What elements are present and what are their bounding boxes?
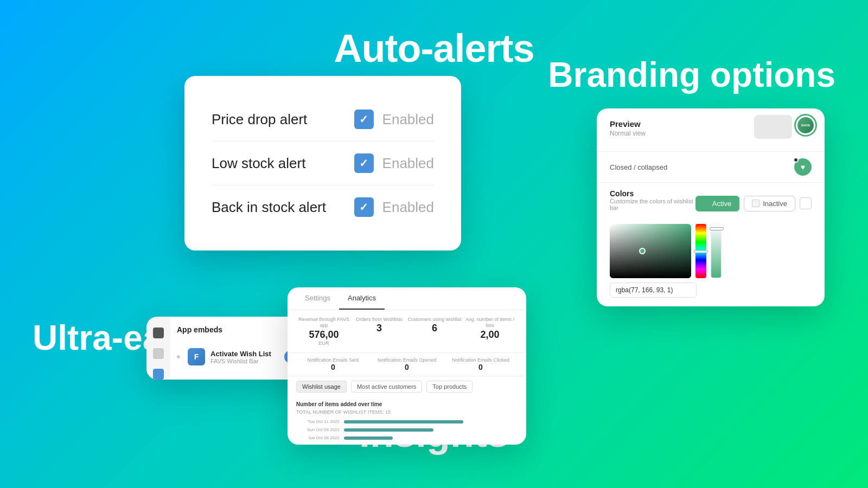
alert-row-low-stock: Low stock alert Enabled xyxy=(212,142,434,185)
branding-card: Preview Normal view SHOE Closed / collap… xyxy=(597,108,825,306)
hue-cursor[interactable] xyxy=(694,250,708,253)
tab-analytics[interactable]: Analytics xyxy=(339,287,385,310)
hue-slider[interactable] xyxy=(695,224,706,278)
colors-title: Colors xyxy=(610,189,695,198)
rgba-input-row xyxy=(610,282,812,298)
color-gradient-picker[interactable] xyxy=(610,224,691,278)
rgba-input[interactable] xyxy=(610,282,697,298)
analytics-card: Settings Analytics Revenue through FAVS … xyxy=(288,287,526,445)
app-name: Activate Wish List xyxy=(210,350,271,358)
chart-bar-3 xyxy=(344,436,393,440)
chart-bar-2 xyxy=(344,428,433,432)
alpha-cursor[interactable] xyxy=(710,227,724,230)
third-checkbox[interactable] xyxy=(800,197,812,209)
tag-top-products[interactable]: Top products xyxy=(426,381,473,393)
chart-section: Number of items added over time TOTAL NU… xyxy=(288,397,526,445)
alert-label-back-stock: Back in stock alert xyxy=(212,199,326,216)
sidebar-icon-3[interactable] xyxy=(153,369,164,380)
analytics-tag-group: Wishlist usage Most active customers Top… xyxy=(288,376,526,397)
app-icon: F xyxy=(188,348,205,365)
inactive-color-btn[interactable]: Inactive xyxy=(744,196,795,211)
enabled-back-stock: Enabled xyxy=(382,199,434,216)
preview-logo-circle: SHOE xyxy=(794,114,817,137)
emails-opened: Notification Emails Opened 0 xyxy=(370,357,444,371)
preview-widget-bg xyxy=(754,115,792,139)
expand-arrow xyxy=(177,355,180,358)
collapsed-section: Closed / collapsed xyxy=(597,152,825,183)
chart-bars: Tue Oct 11 2022 Sun Oct 09 2022 Sat Oct … xyxy=(296,419,518,440)
alert-label-price: Price drop alert xyxy=(212,111,307,128)
analytics-stats: Revenue through FAVS app 576,00 EUR Orde… xyxy=(288,310,526,353)
preview-logo-inner: SHOE xyxy=(797,117,814,133)
checkbox-low-stock[interactable] xyxy=(354,153,374,173)
inactive-btn-label: Inactive xyxy=(763,200,787,208)
emails-sent: Notification Emails Sent 0 xyxy=(296,357,370,371)
chart-date-2: Sun Oct 09 2022 xyxy=(296,427,340,432)
tab-settings[interactable]: Settings xyxy=(296,287,339,310)
chart-date-1: Tue Oct 11 2022 xyxy=(296,419,340,424)
heart-container xyxy=(794,158,812,176)
app-sub: FAVS Wishlist Bar xyxy=(210,358,271,364)
checkbox-back-stock[interactable] xyxy=(354,197,374,217)
emails-clicked: Notification Emails Clicked 0 xyxy=(444,357,518,371)
stat-customers: Customers using wishlist 6 xyxy=(407,317,462,346)
active-btn-label: Active xyxy=(712,200,731,208)
inactive-color-checkbox xyxy=(752,200,760,207)
chart-row-2: Sun Oct 09 2022 xyxy=(296,427,518,432)
sidebar-icon-1[interactable] xyxy=(153,328,164,338)
colors-section: Colors Customize the colors of wishlist … xyxy=(597,183,825,306)
embeds-title: App embeds xyxy=(177,325,222,334)
sidebar-nav xyxy=(146,317,170,380)
chart-subtitle: TOTAL NUMBER OF WISHLIST ITEMS: 15 xyxy=(296,409,518,415)
tag-wishlist-usage[interactable]: Wishlist usage xyxy=(296,381,347,393)
chart-row-3: Sat Oct 08 2022 xyxy=(296,435,518,440)
analytics-tabs: Settings Analytics xyxy=(288,287,526,310)
colors-sub: Customize the colors of wishlist bar xyxy=(610,198,695,211)
collapsed-label: Closed / collapsed xyxy=(610,163,667,171)
enabled-low-stock: Enabled xyxy=(382,155,434,172)
tag-active-customers[interactable]: Most active customers xyxy=(351,381,422,393)
color-picker-area xyxy=(610,224,812,278)
active-color-btn[interactable]: Active xyxy=(695,196,739,211)
chart-bar-1 xyxy=(344,420,463,423)
stat-orders: Orders from Wishlists 3 xyxy=(352,317,407,346)
chart-row-1: Tue Oct 11 2022 xyxy=(296,419,518,424)
alert-row-back-stock: Back in stock alert Enabled xyxy=(212,185,434,229)
stat-avg-items: Avg. number of items / lists 2,00 xyxy=(462,317,518,346)
alert-row-price: Price drop alert Enabled xyxy=(212,98,434,142)
alert-label-low-stock: Low stock alert xyxy=(212,155,305,172)
active-color-dot xyxy=(704,201,709,206)
email-stats: Notification Emails Sent 0 Notification … xyxy=(288,353,526,376)
heart-status-dot xyxy=(793,157,799,163)
title-branding: Branding options xyxy=(548,54,835,96)
alpha-slider[interactable] xyxy=(711,224,722,278)
colors-toggle-group: Active Inactive xyxy=(695,196,812,211)
stat-revenue: Revenue through FAVS app 576,00 EUR xyxy=(296,317,352,346)
chart-title: Number of items added over time xyxy=(296,401,518,407)
preview-section: Preview Normal view SHOE xyxy=(597,108,825,152)
sidebar-icon-2[interactable] xyxy=(153,348,164,359)
checkbox-price[interactable] xyxy=(354,110,374,129)
preview-logo-text: SHOE xyxy=(801,124,810,127)
chart-date-3: Sat Oct 08 2022 xyxy=(296,435,340,440)
enabled-price: Enabled xyxy=(382,111,434,128)
gradient-cursor[interactable] xyxy=(639,248,646,254)
alerts-card: Price drop alert Enabled Low stock alert… xyxy=(184,76,461,251)
